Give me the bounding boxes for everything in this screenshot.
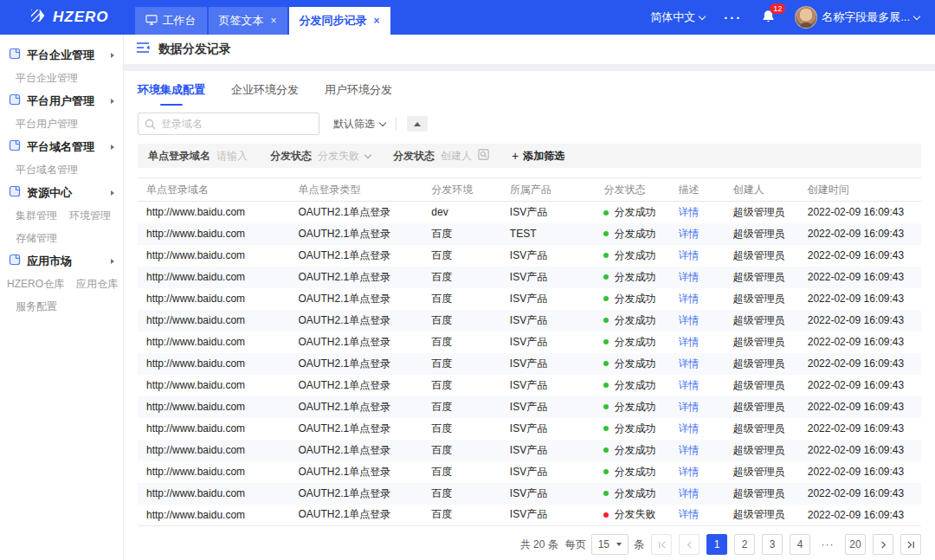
- page-button-3[interactable]: 3: [762, 534, 783, 555]
- sidebar: 平台企业管理 平台企业管理 平台用户管理 平台用户管理 平台域名管理 平台域名管…: [0, 35, 124, 560]
- status-dot-icon: [603, 274, 609, 280]
- detail-link[interactable]: 详情: [678, 271, 699, 283]
- sidebar-section-resource-center[interactable]: 资源中心: [0, 181, 123, 204]
- cell-product: TEST: [510, 223, 604, 245]
- search-input[interactable]: [138, 113, 319, 135]
- cell-status: 分发成功: [603, 353, 678, 375]
- detail-link[interactable]: 详情: [678, 228, 699, 240]
- detail-link[interactable]: 详情: [678, 357, 699, 370]
- cell-time: 2022-02-09 16:09:43: [808, 375, 921, 396]
- filter-creator[interactable]: 分发状态 创建人: [393, 149, 489, 164]
- tab-user-env-distribution[interactable]: 用户环境分发: [325, 82, 392, 106]
- page-button-1[interactable]: 1: [706, 534, 727, 555]
- tab-distribution-record[interactable]: 分发同步记录 ×: [289, 7, 390, 35]
- cell-creator: 超级管理员: [733, 202, 808, 223]
- detail-link[interactable]: 详情: [678, 314, 699, 326]
- search-row: 默认筛选: [138, 113, 921, 135]
- cell-creator: 超级管理员: [733, 310, 808, 331]
- detail-link[interactable]: 详情: [678, 336, 699, 348]
- close-icon[interactable]: ×: [374, 15, 380, 27]
- col-description: 描述: [678, 178, 732, 202]
- sidebar-item-storage-mgmt[interactable]: 存储管理: [16, 231, 57, 246]
- cell-env: 百度: [431, 461, 510, 483]
- filter-value: 请输入: [216, 149, 248, 164]
- sidebar-section-platform-enterprise[interactable]: 平台企业管理: [0, 43, 123, 67]
- filter-distribution-status[interactable]: 分发状态 分发失败: [270, 149, 371, 164]
- caret-down-icon: [616, 543, 622, 546]
- cell-creator: 超级管理员: [733, 267, 808, 288]
- prev-page-button[interactable]: [679, 534, 700, 555]
- collapse-filter-button[interactable]: [407, 116, 428, 132]
- detail-link[interactable]: 详情: [678, 379, 699, 391]
- sidebar-item-service-config[interactable]: 服务配置: [16, 299, 57, 314]
- cell-product: ISV产品: [510, 483, 604, 505]
- module-icon: [9, 185, 21, 200]
- cell-type: OAUTH2.1单点登录: [299, 267, 432, 288]
- close-icon[interactable]: ×: [271, 15, 277, 27]
- cell-time: 2022-02-09 16:09:43: [808, 331, 921, 353]
- page-button-20[interactable]: 20: [845, 534, 866, 555]
- detail-link[interactable]: 详情: [678, 466, 699, 478]
- lookup-icon: [478, 149, 489, 163]
- col-sso-type: 单点登录类型: [299, 178, 432, 202]
- sidebar-item-env-mgmt[interactable]: 环境管理: [69, 209, 111, 223]
- cell-env: 百度: [431, 310, 510, 331]
- page-button-4[interactable]: 4: [790, 534, 810, 555]
- divider: [124, 64, 935, 71]
- detail-link[interactable]: 详情: [678, 508, 699, 520]
- last-page-button[interactable]: [900, 534, 921, 555]
- plus-icon: +: [512, 149, 519, 163]
- filter-sso-domain[interactable]: 单点登录域名 请输入: [148, 149, 248, 164]
- logo[interactable]: HZERO: [0, 0, 135, 35]
- notification-bell[interactable]: 12: [761, 9, 776, 27]
- detail-link[interactable]: 详情: [678, 444, 699, 456]
- status-dot-icon: [603, 210, 609, 216]
- cell-domain: http://www.baidu.com: [138, 288, 299, 310]
- cell-time: 2022-02-09 16:09:43: [808, 310, 921, 331]
- detail-link[interactable]: 详情: [678, 249, 699, 261]
- detail-link[interactable]: 详情: [678, 401, 699, 413]
- page-button-2[interactable]: 2: [734, 534, 755, 555]
- sidebar-item-hzero-repo[interactable]: HZERO仓库: [7, 277, 64, 292]
- menu-fold-icon[interactable]: [136, 42, 150, 57]
- sidebar-item-platform-user[interactable]: 平台用户管理: [16, 117, 78, 132]
- window-tabs: 工作台 页签文本 × 分发同步记录 ×: [135, 0, 392, 35]
- cell-type: OAUTH2.1单点登录: [299, 483, 432, 505]
- next-page-button[interactable]: [873, 534, 893, 555]
- detail-link[interactable]: 详情: [678, 487, 699, 499]
- cell-status: 分发成功: [603, 245, 678, 267]
- detail-link[interactable]: 详情: [678, 293, 699, 305]
- sidebar-item-cluster-mgmt[interactable]: 集群管理: [16, 209, 57, 223]
- detail-link[interactable]: 详情: [678, 206, 699, 218]
- detail-link[interactable]: 详情: [678, 422, 699, 434]
- language-selector[interactable]: 简体中文: [650, 10, 705, 25]
- first-page-button[interactable]: [651, 534, 672, 555]
- table-row: http://www.baidu.com OAUTH2.1单点登录 dev IS…: [138, 202, 921, 223]
- default-filter-dropdown[interactable]: 默认筛选: [333, 117, 385, 132]
- add-filter-button[interactable]: + 添加筛选: [512, 149, 564, 164]
- table-row: http://www.baidu.com OAUTH2.1单点登录 百度 ISV…: [138, 483, 921, 505]
- cell-type: OAUTH2.1单点登录: [299, 331, 432, 353]
- sidebar-section-platform-domain[interactable]: 平台域名管理: [0, 135, 123, 158]
- sidebar-item-platform-enterprise[interactable]: 平台企业管理: [16, 71, 78, 86]
- user-menu[interactable]: 名称字段最多展...: [795, 6, 919, 29]
- sidebar-section-platform-user[interactable]: 平台用户管理: [0, 89, 123, 113]
- tab-env-integration-config[interactable]: 环境集成配置: [138, 82, 205, 106]
- tab-page-text[interactable]: 页签文本 ×: [209, 7, 287, 35]
- more-menu[interactable]: ···: [724, 10, 742, 25]
- cell-type: OAUTH2.1单点登录: [299, 505, 432, 526]
- page-ellipsis[interactable]: ···: [817, 534, 838, 555]
- main-area: 数据分发记录 环境集成配置 企业环境分发 用户环境分发: [124, 35, 935, 560]
- tab-enterprise-env-distribution[interactable]: 企业环境分发: [231, 82, 299, 106]
- cell-product: ISV产品: [510, 396, 604, 418]
- sidebar-item-platform-domain[interactable]: 平台域名管理: [16, 163, 78, 177]
- sidebar-item-app-repo[interactable]: 应用仓库: [76, 277, 118, 292]
- cell-detail: 详情: [678, 310, 732, 331]
- cell-env: 百度: [431, 331, 510, 353]
- table-row: http://www.baidu.com OAUTH2.1单点登录 百度 ISV…: [138, 418, 921, 440]
- cell-detail: 详情: [678, 505, 732, 526]
- per-page-select[interactable]: 15: [591, 534, 629, 555]
- sidebar-section-app-market[interactable]: 应用市场: [0, 249, 123, 273]
- cell-status: 分发成功: [603, 310, 678, 331]
- tab-workbench[interactable]: 工作台: [135, 7, 207, 35]
